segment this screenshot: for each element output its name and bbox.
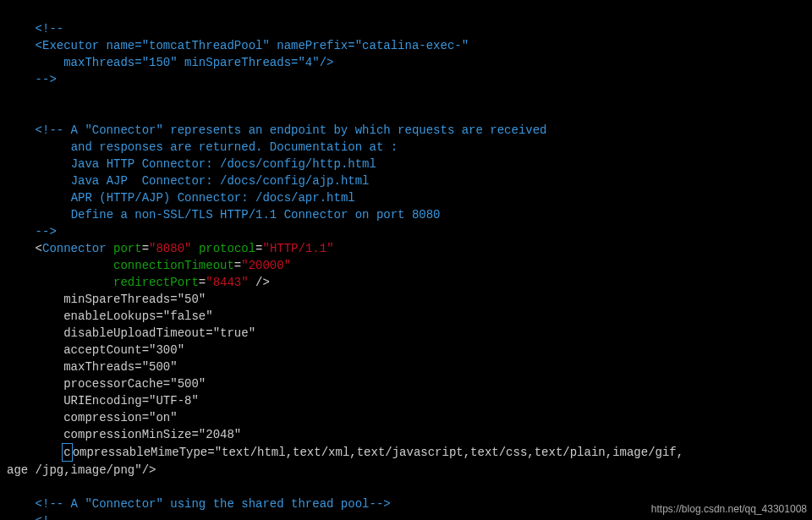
code-line: and responses are returned. Documentatio… [7, 140, 398, 154]
code-line: --> [7, 225, 57, 238]
code-viewer: <!-- <Executor name="tomcatThreadPool" n… [0, 0, 812, 520]
code-line: <Connector port="8080" protocol="HTTP/1.… [7, 242, 334, 255]
code-line: Java HTTP Connector: /docs/config/http.h… [7, 157, 376, 171]
code-line: acceptCount="300" [7, 343, 184, 357]
code-line: --> [7, 73, 57, 86]
code-line: <!-- A "Connector" represents an endpoin… [7, 123, 547, 137]
code-line: compression="on" [7, 411, 178, 424]
code-line: Java AJP Connector: /docs/config/ajp.htm… [7, 174, 369, 188]
code-line: enableLookups="false" [7, 309, 213, 323]
watermark-text: https://blog.csdn.net/qq_43301008 [651, 503, 807, 515]
code-line: <!-- A "Connector" using the shared thre… [7, 497, 391, 511]
code-line: <Executor name="tomcatThreadPool" namePr… [7, 39, 469, 52]
code-line: <!-- [7, 514, 63, 520]
code-line: compressionMinSize="2048" [7, 428, 241, 441]
code-line: <!-- [7, 22, 63, 36]
code-line: processorCache="500" [7, 377, 206, 391]
code-line: APR (HTTP/AJP) Connector: /docs/apr.html [7, 191, 355, 205]
code-line: disableUploadTimeout="true" [7, 326, 255, 340]
code-line: URIEncoding="UTF-8" [7, 394, 199, 408]
text-cursor: c [62, 443, 72, 462]
code-line: compressableMimeType="text/html,text/xml… [7, 446, 683, 459]
code-line: minSpareThreads="50" [7, 293, 206, 306]
code-line: maxThreads="150" minSpareThreads="4"/> [7, 56, 333, 69]
code-line: age /jpg,image/png"/> [7, 463, 156, 477]
code-line: redirectPort="8443" /> [7, 276, 270, 289]
code-line: maxThreads="500" [7, 360, 178, 374]
code-line: Define a non-SSL/TLS HTTP/1.1 Connector … [7, 208, 441, 222]
code-line: connectionTimeout="20000" [7, 259, 291, 272]
